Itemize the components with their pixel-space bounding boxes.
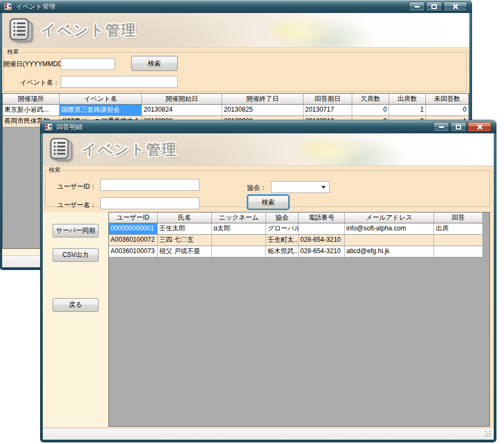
column-header[interactable]: 出席数	[389, 94, 426, 104]
minimize-button[interactable]	[409, 2, 425, 11]
table-cell[interactable]	[212, 246, 266, 257]
table-cell[interactable]: 0	[352, 105, 389, 115]
column-header[interactable]: 開催終了日	[222, 94, 303, 104]
window-title: イベント管理	[16, 2, 55, 11]
answers-table: ユーザーID氏名ニックネーム協会電話番号メールアドレス回答00000000000…	[108, 212, 490, 427]
table-cell[interactable]: 出席	[434, 223, 483, 234]
table-cell[interactable]: 壬生町太...	[266, 235, 299, 246]
table-header-row: ユーザーID氏名ニックネーム協会電話番号メールアドレス回答	[109, 213, 483, 223]
groupbox-legend: 検索	[47, 166, 62, 173]
table-cell[interactable]: 祖父 戸或不亜	[158, 246, 212, 257]
window-answer-details: 回答明細 イベント	[41, 120, 496, 442]
table-cell[interactable]	[434, 246, 483, 257]
app-logo-icon	[8, 17, 35, 44]
table-cell[interactable]: 20130825	[222, 105, 303, 115]
table-cell[interactable]: 000000000001	[109, 223, 158, 234]
side-button-panel: サーバー同期 CSV出力 戻る	[43, 212, 108, 427]
maximize-button[interactable]	[426, 2, 442, 11]
user-name-label: ユーザー名：	[57, 201, 96, 210]
close-button[interactable]	[443, 2, 467, 11]
column-header[interactable]: 開催場所	[3, 94, 60, 104]
table-cell[interactable]: 20130824	[142, 105, 222, 115]
minimize-icon	[415, 6, 419, 8]
table-cell[interactable]: 028-654-3210	[299, 246, 345, 257]
column-header[interactable]: 回答期日	[303, 94, 352, 104]
search-group: 検索 ユーザーID： 協会： ユーザー名： 検索	[43, 166, 494, 209]
event-date-input[interactable]	[61, 58, 115, 70]
table-cell[interactable]	[345, 235, 434, 246]
table-cell[interactable]: 三四 七〇五	[158, 235, 212, 246]
app-icon	[44, 123, 53, 131]
table-row[interactable]: A00360100072三四 七〇五壬生町太...028-654-3210	[109, 235, 483, 246]
event-name-label: イベント名：	[3, 78, 60, 87]
chevron-down-icon	[321, 186, 326, 189]
table-header-row: 開催場所イベント名開催開始日開催終了日回答期日欠席数出席数未回答数	[3, 94, 469, 105]
column-header[interactable]: 協会	[266, 213, 299, 223]
close-icon	[452, 3, 458, 10]
table-cell[interactable]: A00360100073	[109, 246, 158, 257]
banner-title: イベント管理	[82, 140, 178, 159]
csv-export-button[interactable]: CSV出力	[53, 248, 99, 262]
banner-title: イベント管理	[41, 21, 137, 40]
app-logo-icon	[48, 137, 74, 163]
banner: イベント管理	[43, 133, 494, 166]
status-bar	[43, 428, 494, 440]
table-cell[interactable]: 東京新小岩武...	[3, 105, 60, 115]
titlebar[interactable]: イベント管理	[0, 0, 471, 13]
column-header[interactable]: ユーザーID	[109, 213, 158, 223]
search-group: 検索 開催日(YYYYMMDD)： 検索 イベント名：	[2, 48, 469, 93]
table-cell[interactable]: 1	[389, 105, 426, 115]
table-row[interactable]: 000000000001壬生太郎α太郎グローバル...info@soft-alp…	[109, 223, 483, 235]
table-cell[interactable]: 028-654-3210	[299, 235, 345, 246]
close-icon	[476, 124, 483, 130]
close-button[interactable]	[468, 122, 492, 132]
table-cell[interactable]: 栃木県武...	[266, 246, 299, 257]
back-button[interactable]: 戻る	[53, 298, 99, 312]
user-id-label: ユーザーID：	[57, 182, 96, 191]
server-sync-button[interactable]: サーバー同期	[53, 224, 99, 237]
event-name-input[interactable]	[61, 76, 178, 88]
column-header[interactable]: 電話番号	[299, 213, 345, 223]
table-cell[interactable]: A00360100072	[109, 235, 158, 246]
banner: イベント管理	[2, 13, 469, 48]
search-button[interactable]: 検索	[248, 195, 289, 209]
maximize-icon	[431, 4, 437, 9]
column-header[interactable]: 氏名	[158, 213, 212, 223]
table-cell[interactable]: abcd@efg.hi.jk	[345, 246, 434, 257]
user-id-input[interactable]	[100, 179, 199, 191]
table-row[interactable]: 東京新小岩武...国際第三套路講習会2013082420130825201307…	[3, 105, 469, 116]
column-header[interactable]: 未回答数	[426, 94, 469, 104]
column-header[interactable]: ニックネーム	[212, 213, 266, 223]
maximize-button[interactable]	[450, 122, 467, 132]
minimize-button[interactable]	[433, 122, 449, 132]
app-icon	[4, 2, 12, 11]
table-cell[interactable]	[212, 235, 266, 246]
table-cell[interactable]: グローバル...	[266, 223, 299, 234]
association-label: 協会：	[247, 183, 267, 192]
column-header[interactable]: 欠席数	[352, 94, 389, 104]
titlebar[interactable]: 回答明細	[41, 120, 496, 133]
groupbox-legend: 検索	[5, 48, 21, 55]
column-header[interactable]: メールアドレス	[345, 213, 434, 223]
resize-grip-icon[interactable]	[485, 431, 492, 437]
table-cell[interactable]	[299, 223, 345, 234]
column-header[interactable]: イベント名	[60, 94, 142, 104]
table-row[interactable]: A00360100073祖父 戸或不亜栃木県武...028-654-3210ab…	[109, 246, 483, 258]
search-button[interactable]: 検索	[131, 56, 178, 71]
maximize-icon	[456, 125, 461, 130]
desktop: イベント管理 イベ	[0, 0, 504, 444]
minimize-icon	[439, 126, 444, 128]
window-title: 回答明細	[56, 123, 82, 132]
event-date-label: 開催日(YYYYMMDD)：	[3, 60, 60, 69]
table-cell[interactable]: 壬生太郎	[158, 223, 212, 234]
table-cell[interactable]: α太郎	[212, 223, 266, 234]
user-name-input[interactable]	[100, 197, 199, 209]
column-header[interactable]: 回答	[434, 213, 483, 223]
table-cell[interactable]: info@soft-alpha.com	[345, 223, 434, 234]
association-dropdown[interactable]	[271, 181, 329, 193]
table-cell[interactable]	[434, 235, 483, 246]
column-header[interactable]: 開催開始日	[142, 94, 222, 104]
table-cell[interactable]: 国際第三套路講習会	[60, 105, 142, 115]
table-cell[interactable]: 20130717	[303, 105, 352, 115]
table-cell[interactable]: 0	[426, 105, 469, 115]
